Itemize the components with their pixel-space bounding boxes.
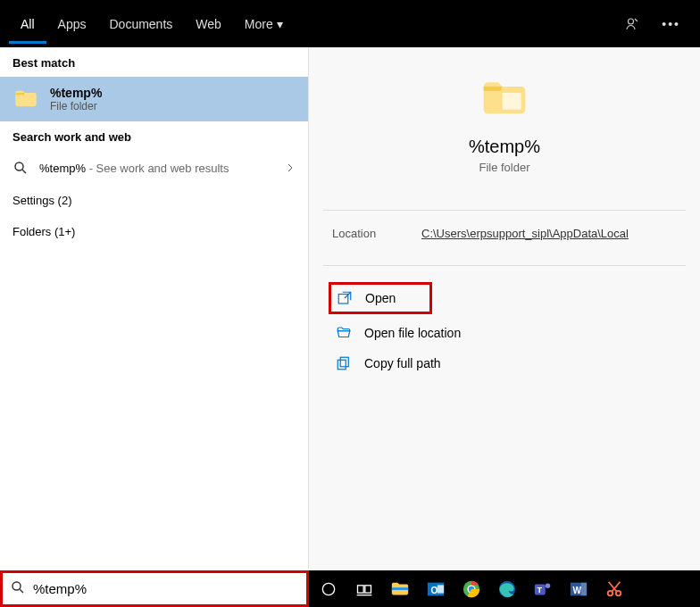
svg-line-2 <box>22 170 26 173</box>
svg-rect-5 <box>340 357 348 367</box>
svg-line-8 <box>20 589 23 593</box>
file-explorer-icon[interactable] <box>388 577 412 602</box>
task-view-icon[interactable] <box>352 577 377 602</box>
taskbar: O T W <box>309 570 700 607</box>
svg-point-7 <box>12 582 21 590</box>
category-folders[interactable]: Folders (1+) <box>0 216 308 247</box>
svg-text:W: W <box>573 585 582 595</box>
open-icon <box>337 290 353 306</box>
best-match-result[interactable]: %temp% File folder <box>0 77 308 121</box>
divider <box>323 210 686 211</box>
snipping-tool-icon[interactable] <box>602 577 627 602</box>
svg-rect-11 <box>365 585 371 592</box>
category-settings[interactable]: Settings (2) <box>0 185 308 216</box>
svg-rect-16 <box>438 585 444 593</box>
svg-point-1 <box>15 162 23 170</box>
action-copy-path-label: Copy full path <box>364 356 441 370</box>
svg-rect-10 <box>358 585 364 592</box>
search-input[interactable] <box>33 581 299 596</box>
action-open-label: Open <box>365 291 396 305</box>
svg-rect-6 <box>338 360 346 370</box>
tab-apps[interactable]: Apps <box>46 4 98 44</box>
chrome-icon[interactable] <box>459 577 484 602</box>
search-tabs: All Apps Documents Web More ▾ ••• <box>0 0 700 47</box>
result-subtitle: File folder <box>50 100 102 112</box>
tab-web[interactable]: Web <box>184 4 233 44</box>
action-open-location[interactable]: Open file location <box>327 318 682 348</box>
search-work-web-header: Search work and web <box>0 121 308 151</box>
web-search-hint: - See work and web results <box>86 162 229 175</box>
folder-large-icon <box>479 74 529 124</box>
web-search-row[interactable]: %temp% - See work and web results <box>0 151 308 185</box>
location-value[interactable]: C:\Users\erpsupport_sipl\AppData\Local <box>421 227 629 240</box>
svg-rect-13 <box>392 587 408 590</box>
more-options-icon[interactable]: ••• <box>651 17 691 31</box>
cortana-icon[interactable] <box>316 577 341 602</box>
search-icon <box>10 579 26 599</box>
copy-icon <box>336 355 352 371</box>
chevron-down-icon: ▾ <box>277 17 283 31</box>
outlook-icon[interactable]: O <box>423 577 448 602</box>
svg-rect-3 <box>503 93 521 110</box>
chevron-right-icon <box>285 162 296 173</box>
preview-title: %temp% <box>327 137 682 157</box>
results-panel: Best match %temp% File folder Search wor… <box>0 47 309 570</box>
preview-subtitle: File folder <box>327 161 682 174</box>
web-search-term: %temp% <box>39 162 86 175</box>
svg-point-23 <box>546 583 551 588</box>
divider <box>323 265 686 266</box>
tab-all[interactable]: All <box>9 4 46 44</box>
folder-open-icon <box>336 325 352 341</box>
action-open[interactable]: Open <box>337 287 396 310</box>
search-icon <box>12 160 29 176</box>
teams-icon[interactable]: T <box>530 577 555 602</box>
svg-point-9 <box>322 583 334 595</box>
svg-text:T: T <box>538 585 543 594</box>
word-icon[interactable]: W <box>566 577 591 602</box>
result-title: %temp% <box>50 86 102 100</box>
edge-icon[interactable] <box>495 577 520 602</box>
folder-icon <box>12 86 39 112</box>
action-open-location-label: Open file location <box>364 326 461 340</box>
search-box[interactable] <box>0 570 309 607</box>
svg-rect-26 <box>581 582 587 595</box>
action-copy-path[interactable]: Copy full path <box>327 348 682 378</box>
location-label: Location <box>332 227 421 240</box>
tab-documents[interactable]: Documents <box>97 4 184 44</box>
tab-more[interactable]: More ▾ <box>233 4 295 44</box>
svg-point-0 <box>629 19 634 24</box>
svg-text:O: O <box>431 585 438 595</box>
preview-panel: %temp% File folder Location C:\Users\erp… <box>309 47 700 570</box>
feedback-icon[interactable] <box>613 16 651 32</box>
best-match-header: Best match <box>0 47 308 77</box>
